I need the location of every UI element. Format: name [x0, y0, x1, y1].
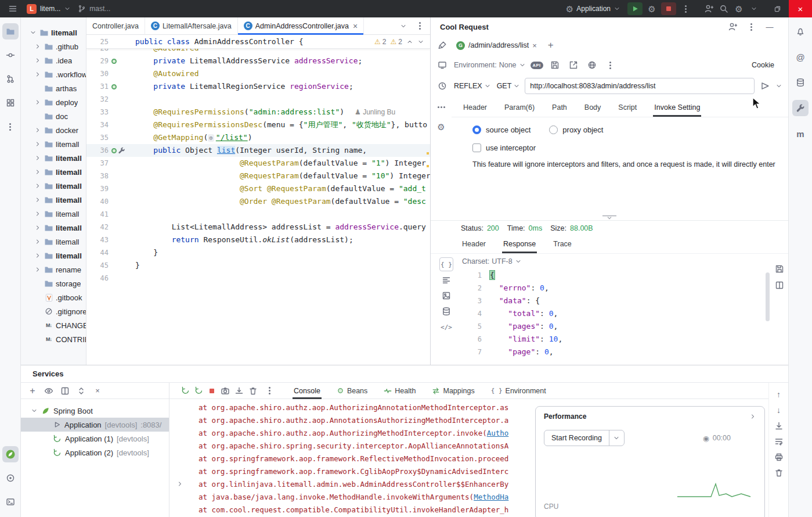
proxy-object-radio[interactable]	[549, 125, 558, 134]
prev-problem-icon[interactable]	[406, 38, 413, 45]
response-tab-response[interactable]: Response	[502, 240, 537, 253]
hide-panel-icon[interactable]: —	[763, 20, 777, 34]
close-button[interactable]: ×	[789, 0, 812, 17]
soft-wrap-icon[interactable]	[772, 435, 786, 448]
code-line[interactable]: 36 public Object list(Integer userId, St…	[86, 144, 430, 157]
console-more-icon[interactable]	[262, 384, 276, 398]
invoke-mode-select[interactable]: REFLEX	[453, 80, 492, 92]
layout-icon[interactable]	[773, 278, 786, 292]
response-splitter[interactable]	[431, 214, 788, 221]
more-actions-icon[interactable]	[679, 2, 692, 16]
api-pill-icon[interactable]: API	[530, 62, 543, 69]
tab-list-icon[interactable]	[396, 19, 410, 33]
editor-tab[interactable]: Controller.java	[86, 17, 145, 35]
request-tab-body[interactable]: Body	[583, 103, 602, 117]
project-tool-icon[interactable]	[2, 23, 19, 40]
console-tab-health[interactable]: Health	[382, 383, 417, 399]
tree-item[interactable]: litemall	[21, 165, 86, 179]
endpoints-tool-icon[interactable]	[2, 470, 19, 486]
editor-more-icon[interactable]	[413, 19, 427, 33]
pin-icon[interactable]	[435, 38, 449, 52]
tree-item[interactable]: storage	[21, 277, 86, 290]
spring-bean-icon[interactable]	[111, 148, 117, 153]
code-line[interactable]: 41	[86, 208, 430, 221]
tree-item[interactable]: litemall	[21, 235, 86, 249]
more-tools-icon[interactable]	[2, 119, 19, 135]
http-method-select[interactable]: GET	[496, 80, 522, 92]
code-line[interactable]: 29 private LitemallAddressService addres…	[86, 55, 430, 67]
editor-tab[interactable]: CAdminAddressController.java×	[238, 17, 364, 35]
main-menu-icon[interactable]	[6, 2, 20, 16]
code-line[interactable]: 34 @RequiresPermissionsDesc(menu = {"用户管…	[86, 119, 430, 131]
editor-body[interactable]: 25public class AdminAddressController {⚠…	[86, 35, 430, 365]
api-call-icon[interactable]	[118, 147, 125, 155]
rerun-debug-icon[interactable]	[194, 386, 203, 395]
send-options-icon[interactable]	[775, 82, 782, 89]
side-more-icon[interactable]	[434, 100, 448, 114]
add-service-icon[interactable]: +	[26, 384, 39, 398]
start-recording-button[interactable]: Start Recording	[544, 430, 625, 446]
cool-request-tool-icon[interactable]	[792, 100, 809, 116]
tree-item[interactable]: litemall	[21, 249, 86, 263]
database-tool-icon[interactable]	[792, 74, 809, 91]
tree-item[interactable]: .gitignore	[21, 304, 86, 318]
maven-tool-icon[interactable]: m	[792, 125, 809, 142]
warning-badge[interactable]: ⚠2	[374, 38, 386, 46]
code-line[interactable]: 38 @RequestParam(defaultValue = "10") In…	[86, 170, 430, 182]
request-tab-header[interactable]: Header	[462, 103, 488, 117]
scroll-up-icon[interactable]: ↑	[772, 387, 786, 401]
gc-icon[interactable]	[248, 386, 258, 396]
tree-item[interactable]: litemall	[21, 137, 86, 151]
user-icon[interactable]	[726, 20, 739, 34]
settings-icon[interactable]: ⚙	[732, 2, 746, 16]
tree-item[interactable]: litemall	[21, 193, 86, 207]
code-line[interactable]: 42 List<LitemallAddress> addressList = a…	[86, 221, 430, 234]
tree-item[interactable]: .workflow	[21, 67, 86, 81]
tree-item[interactable]: doc	[21, 109, 86, 123]
code-view-icon[interactable]: </>	[439, 320, 453, 334]
request-tab-script[interactable]: Script	[617, 103, 638, 117]
preview-icon[interactable]	[439, 289, 453, 303]
save-response-icon[interactable]	[773, 262, 786, 276]
console-tab-environment[interactable]: { }Environment	[490, 383, 547, 399]
tree-item[interactable]: litemall	[21, 151, 86, 165]
tree-root-litemall[interactable]: litemall	[21, 26, 86, 40]
close-icon[interactable]: ×	[353, 22, 358, 30]
chevron-right-icon[interactable]	[749, 413, 756, 420]
service-tree-item[interactable]: Spring Boot	[21, 404, 169, 418]
stop-button[interactable]	[661, 2, 676, 15]
scroll-down-icon[interactable]: ↓	[772, 403, 786, 417]
database-icon[interactable]	[439, 304, 453, 318]
response-tab-trace[interactable]: Trace	[552, 240, 573, 253]
code-line[interactable]: 32	[86, 93, 430, 106]
json-view-icon[interactable]: { }	[439, 257, 453, 271]
commit-tool-icon[interactable]	[2, 47, 19, 63]
add-request-icon[interactable]: +	[544, 38, 558, 52]
editor-tab[interactable]: CLitemallAftersale.java	[145, 17, 238, 35]
tree-item[interactable]: .idea	[21, 53, 86, 67]
console-tab-mappings[interactable]: Mappings	[431, 383, 475, 399]
response-scrollbar[interactable]	[766, 272, 770, 321]
tree-item[interactable]: arthas	[21, 81, 86, 95]
stack-trace-link[interactable]: Autho	[487, 429, 509, 437]
tree-item[interactable]: M↓CONTRIBUTING.md	[21, 332, 86, 346]
request-tab-invoke-setting[interactable]: Invoke Setting	[653, 103, 701, 117]
code-line[interactable]: 40 @Order @RequestParam(defaultValue = "…	[86, 195, 430, 208]
globe-icon[interactable]	[585, 58, 599, 72]
url-input[interactable]	[525, 78, 755, 94]
environment-selector[interactable]: Environment: None	[454, 61, 526, 69]
stop-icon[interactable]	[208, 387, 216, 395]
view-options-icon[interactable]	[42, 384, 56, 398]
pull-requests-tool-icon[interactable]	[2, 71, 19, 87]
terminal-tool-icon[interactable]	[2, 494, 19, 510]
warning-badge[interactable]: ⚠2	[391, 38, 402, 46]
add-user-icon[interactable]	[702, 2, 716, 16]
tree-item[interactable]: M↓CHANGELOG.md	[21, 318, 86, 332]
response-tab-header[interactable]: Header	[461, 240, 487, 253]
tree-item[interactable]: .gitbook	[21, 290, 86, 304]
clear-console-icon[interactable]	[772, 466, 786, 480]
request-tab-path[interactable]: Path	[551, 103, 568, 117]
spring-bean-icon[interactable]	[111, 59, 117, 64]
tree-item[interactable]: rename	[21, 263, 86, 277]
project-widget[interactable]: L litem...	[27, 4, 71, 14]
